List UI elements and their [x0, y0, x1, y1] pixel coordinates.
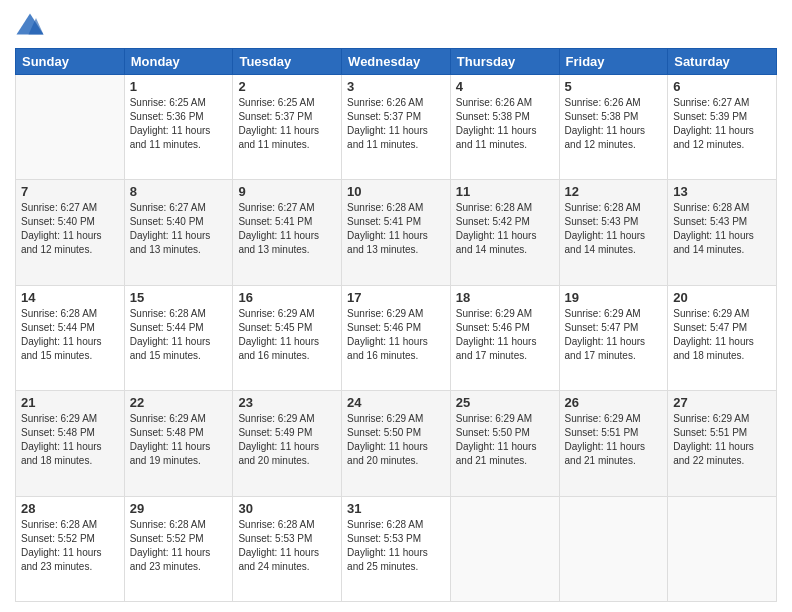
day-info: Sunrise: 6:28 AM Sunset: 5:44 PM Dayligh…	[130, 307, 228, 363]
calendar-cell: 11Sunrise: 6:28 AM Sunset: 5:42 PM Dayli…	[450, 180, 559, 285]
day-info: Sunrise: 6:29 AM Sunset: 5:49 PM Dayligh…	[238, 412, 336, 468]
calendar-week-row: 14Sunrise: 6:28 AM Sunset: 5:44 PM Dayli…	[16, 285, 777, 390]
day-number: 2	[238, 79, 336, 94]
day-number: 30	[238, 501, 336, 516]
day-number: 6	[673, 79, 771, 94]
day-number: 3	[347, 79, 445, 94]
calendar-cell: 10Sunrise: 6:28 AM Sunset: 5:41 PM Dayli…	[342, 180, 451, 285]
calendar-cell: 25Sunrise: 6:29 AM Sunset: 5:50 PM Dayli…	[450, 391, 559, 496]
page: SundayMondayTuesdayWednesdayThursdayFrid…	[0, 0, 792, 612]
calendar-cell: 21Sunrise: 6:29 AM Sunset: 5:48 PM Dayli…	[16, 391, 125, 496]
calendar-cell: 24Sunrise: 6:29 AM Sunset: 5:50 PM Dayli…	[342, 391, 451, 496]
calendar-cell: 5Sunrise: 6:26 AM Sunset: 5:38 PM Daylig…	[559, 75, 668, 180]
calendar-cell: 19Sunrise: 6:29 AM Sunset: 5:47 PM Dayli…	[559, 285, 668, 390]
calendar-cell	[16, 75, 125, 180]
day-info: Sunrise: 6:29 AM Sunset: 5:47 PM Dayligh…	[565, 307, 663, 363]
day-number: 26	[565, 395, 663, 410]
day-number: 8	[130, 184, 228, 199]
day-info: Sunrise: 6:28 AM Sunset: 5:44 PM Dayligh…	[21, 307, 119, 363]
day-info: Sunrise: 6:27 AM Sunset: 5:41 PM Dayligh…	[238, 201, 336, 257]
calendar-cell: 23Sunrise: 6:29 AM Sunset: 5:49 PM Dayli…	[233, 391, 342, 496]
day-number: 5	[565, 79, 663, 94]
day-info: Sunrise: 6:25 AM Sunset: 5:36 PM Dayligh…	[130, 96, 228, 152]
calendar-cell: 9Sunrise: 6:27 AM Sunset: 5:41 PM Daylig…	[233, 180, 342, 285]
day-number: 20	[673, 290, 771, 305]
day-info: Sunrise: 6:29 AM Sunset: 5:50 PM Dayligh…	[347, 412, 445, 468]
day-number: 28	[21, 501, 119, 516]
calendar-cell	[559, 496, 668, 601]
day-number: 27	[673, 395, 771, 410]
calendar-cell: 16Sunrise: 6:29 AM Sunset: 5:45 PM Dayli…	[233, 285, 342, 390]
logo	[15, 10, 49, 40]
calendar-cell: 1Sunrise: 6:25 AM Sunset: 5:36 PM Daylig…	[124, 75, 233, 180]
day-info: Sunrise: 6:29 AM Sunset: 5:46 PM Dayligh…	[456, 307, 554, 363]
header	[15, 10, 777, 40]
day-number: 29	[130, 501, 228, 516]
weekday-header-row: SundayMondayTuesdayWednesdayThursdayFrid…	[16, 49, 777, 75]
calendar-cell	[668, 496, 777, 601]
calendar-week-row: 28Sunrise: 6:28 AM Sunset: 5:52 PM Dayli…	[16, 496, 777, 601]
day-info: Sunrise: 6:26 AM Sunset: 5:37 PM Dayligh…	[347, 96, 445, 152]
weekday-header-wednesday: Wednesday	[342, 49, 451, 75]
day-number: 13	[673, 184, 771, 199]
calendar-cell: 4Sunrise: 6:26 AM Sunset: 5:38 PM Daylig…	[450, 75, 559, 180]
calendar-cell: 3Sunrise: 6:26 AM Sunset: 5:37 PM Daylig…	[342, 75, 451, 180]
day-number: 14	[21, 290, 119, 305]
day-number: 22	[130, 395, 228, 410]
calendar-cell: 6Sunrise: 6:27 AM Sunset: 5:39 PM Daylig…	[668, 75, 777, 180]
day-number: 23	[238, 395, 336, 410]
weekday-header-sunday: Sunday	[16, 49, 125, 75]
day-number: 18	[456, 290, 554, 305]
day-number: 24	[347, 395, 445, 410]
day-info: Sunrise: 6:29 AM Sunset: 5:48 PM Dayligh…	[130, 412, 228, 468]
day-info: Sunrise: 6:29 AM Sunset: 5:45 PM Dayligh…	[238, 307, 336, 363]
day-number: 9	[238, 184, 336, 199]
day-number: 15	[130, 290, 228, 305]
calendar-cell: 8Sunrise: 6:27 AM Sunset: 5:40 PM Daylig…	[124, 180, 233, 285]
calendar-table: SundayMondayTuesdayWednesdayThursdayFrid…	[15, 48, 777, 602]
day-info: Sunrise: 6:28 AM Sunset: 5:53 PM Dayligh…	[347, 518, 445, 574]
day-info: Sunrise: 6:29 AM Sunset: 5:51 PM Dayligh…	[565, 412, 663, 468]
day-info: Sunrise: 6:28 AM Sunset: 5:42 PM Dayligh…	[456, 201, 554, 257]
day-info: Sunrise: 6:27 AM Sunset: 5:39 PM Dayligh…	[673, 96, 771, 152]
day-number: 19	[565, 290, 663, 305]
calendar-week-row: 7Sunrise: 6:27 AM Sunset: 5:40 PM Daylig…	[16, 180, 777, 285]
logo-icon	[15, 10, 45, 40]
day-number: 10	[347, 184, 445, 199]
calendar-cell: 30Sunrise: 6:28 AM Sunset: 5:53 PM Dayli…	[233, 496, 342, 601]
calendar-cell: 27Sunrise: 6:29 AM Sunset: 5:51 PM Dayli…	[668, 391, 777, 496]
calendar-cell: 7Sunrise: 6:27 AM Sunset: 5:40 PM Daylig…	[16, 180, 125, 285]
calendar-cell: 20Sunrise: 6:29 AM Sunset: 5:47 PM Dayli…	[668, 285, 777, 390]
calendar-cell	[450, 496, 559, 601]
calendar-cell: 28Sunrise: 6:28 AM Sunset: 5:52 PM Dayli…	[16, 496, 125, 601]
weekday-header-thursday: Thursday	[450, 49, 559, 75]
day-number: 11	[456, 184, 554, 199]
day-info: Sunrise: 6:27 AM Sunset: 5:40 PM Dayligh…	[130, 201, 228, 257]
calendar-cell: 2Sunrise: 6:25 AM Sunset: 5:37 PM Daylig…	[233, 75, 342, 180]
weekday-header-monday: Monday	[124, 49, 233, 75]
day-info: Sunrise: 6:26 AM Sunset: 5:38 PM Dayligh…	[565, 96, 663, 152]
calendar-week-row: 1Sunrise: 6:25 AM Sunset: 5:36 PM Daylig…	[16, 75, 777, 180]
calendar-cell: 17Sunrise: 6:29 AM Sunset: 5:46 PM Dayli…	[342, 285, 451, 390]
day-number: 21	[21, 395, 119, 410]
day-info: Sunrise: 6:28 AM Sunset: 5:53 PM Dayligh…	[238, 518, 336, 574]
weekday-header-friday: Friday	[559, 49, 668, 75]
calendar-cell: 22Sunrise: 6:29 AM Sunset: 5:48 PM Dayli…	[124, 391, 233, 496]
calendar-cell: 31Sunrise: 6:28 AM Sunset: 5:53 PM Dayli…	[342, 496, 451, 601]
day-info: Sunrise: 6:29 AM Sunset: 5:46 PM Dayligh…	[347, 307, 445, 363]
calendar-cell: 13Sunrise: 6:28 AM Sunset: 5:43 PM Dayli…	[668, 180, 777, 285]
day-info: Sunrise: 6:25 AM Sunset: 5:37 PM Dayligh…	[238, 96, 336, 152]
weekday-header-tuesday: Tuesday	[233, 49, 342, 75]
day-number: 31	[347, 501, 445, 516]
day-number: 4	[456, 79, 554, 94]
day-number: 12	[565, 184, 663, 199]
day-number: 16	[238, 290, 336, 305]
day-info: Sunrise: 6:29 AM Sunset: 5:51 PM Dayligh…	[673, 412, 771, 468]
day-info: Sunrise: 6:26 AM Sunset: 5:38 PM Dayligh…	[456, 96, 554, 152]
day-number: 17	[347, 290, 445, 305]
day-number: 25	[456, 395, 554, 410]
day-info: Sunrise: 6:29 AM Sunset: 5:47 PM Dayligh…	[673, 307, 771, 363]
day-info: Sunrise: 6:27 AM Sunset: 5:40 PM Dayligh…	[21, 201, 119, 257]
day-info: Sunrise: 6:28 AM Sunset: 5:52 PM Dayligh…	[130, 518, 228, 574]
day-info: Sunrise: 6:28 AM Sunset: 5:41 PM Dayligh…	[347, 201, 445, 257]
